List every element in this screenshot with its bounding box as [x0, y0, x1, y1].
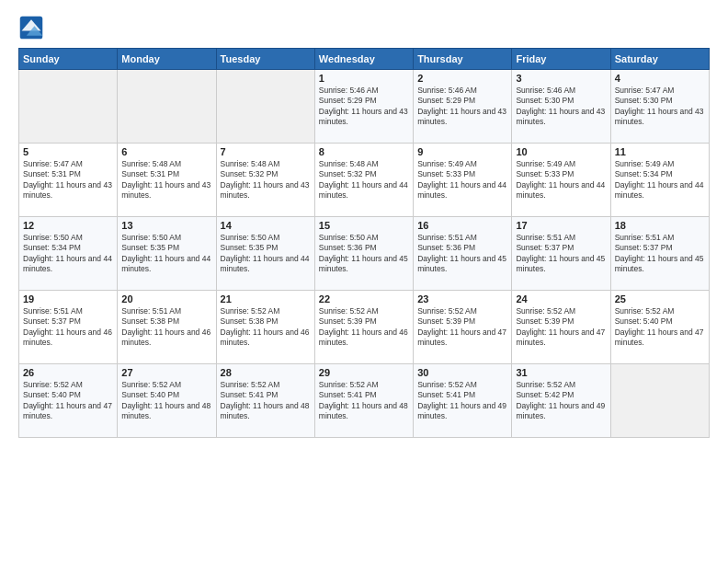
day-info: Sunrise: 5:50 AM Sunset: 5:34 PM Dayligh…: [23, 233, 113, 275]
calendar-header: SundayMondayTuesdayWednesdayThursdayFrid…: [19, 49, 710, 70]
day-info: Sunrise: 5:46 AM Sunset: 5:30 PM Dayligh…: [516, 86, 606, 128]
weekday-header: Saturday: [610, 49, 709, 70]
calendar-cell: 8Sunrise: 5:48 AM Sunset: 5:32 PM Daylig…: [314, 144, 413, 217]
calendar-week-row: 19Sunrise: 5:51 AM Sunset: 5:37 PM Dayli…: [19, 291, 710, 364]
day-info: Sunrise: 5:47 AM Sunset: 5:31 PM Dayligh…: [23, 159, 113, 201]
day-number: 15: [319, 220, 409, 231]
day-number: 10: [516, 146, 606, 157]
day-number: 22: [319, 293, 409, 304]
day-number: 1: [319, 73, 409, 84]
day-number: 26: [23, 367, 113, 378]
day-number: 19: [23, 293, 113, 304]
day-number: 20: [121, 293, 211, 304]
calendar-cell: 7Sunrise: 5:48 AM Sunset: 5:32 PM Daylig…: [216, 144, 314, 217]
calendar-cell: 30Sunrise: 5:52 AM Sunset: 5:41 PM Dayli…: [414, 364, 512, 438]
day-info: Sunrise: 5:52 AM Sunset: 5:38 PM Dayligh…: [221, 306, 311, 349]
day-number: 14: [221, 220, 311, 231]
calendar-cell: 27Sunrise: 5:52 AM Sunset: 5:40 PM Dayli…: [118, 364, 216, 438]
calendar-table: SundayMondayTuesdayWednesdayThursdayFrid…: [18, 48, 710, 438]
calendar-page: SundayMondayTuesdayWednesdayThursdayFrid…: [0, 0, 728, 563]
calendar-week-row: 1Sunrise: 5:46 AM Sunset: 5:29 PM Daylig…: [19, 70, 710, 144]
calendar-week-row: 12Sunrise: 5:50 AM Sunset: 5:34 PM Dayli…: [19, 217, 710, 291]
day-number: 13: [121, 220, 211, 231]
day-info: Sunrise: 5:49 AM Sunset: 5:33 PM Dayligh…: [516, 159, 606, 201]
calendar-cell: 31Sunrise: 5:52 AM Sunset: 5:42 PM Dayli…: [512, 364, 610, 438]
calendar-cell: [216, 70, 314, 144]
header: [18, 15, 710, 40]
day-number: 8: [319, 146, 409, 157]
day-info: Sunrise: 5:52 AM Sunset: 5:41 PM Dayligh…: [319, 380, 409, 422]
calendar-cell: 22Sunrise: 5:52 AM Sunset: 5:39 PM Dayli…: [314, 291, 413, 364]
day-info: Sunrise: 5:52 AM Sunset: 5:41 PM Dayligh…: [417, 380, 507, 422]
calendar-cell: 28Sunrise: 5:52 AM Sunset: 5:41 PM Dayli…: [216, 364, 314, 438]
day-number: 27: [121, 367, 211, 378]
weekday-header: Thursday: [414, 49, 512, 70]
day-number: 25: [615, 293, 705, 304]
calendar-cell: [118, 70, 216, 144]
day-info: Sunrise: 5:48 AM Sunset: 5:32 PM Dayligh…: [319, 159, 409, 201]
calendar-cell: 6Sunrise: 5:48 AM Sunset: 5:31 PM Daylig…: [118, 144, 216, 217]
day-info: Sunrise: 5:51 AM Sunset: 5:37 PM Dayligh…: [23, 306, 113, 349]
calendar-cell: 16Sunrise: 5:51 AM Sunset: 5:36 PM Dayli…: [414, 217, 512, 291]
weekday-row: SundayMondayTuesdayWednesdayThursdayFrid…: [19, 49, 710, 70]
day-info: Sunrise: 5:52 AM Sunset: 5:40 PM Dayligh…: [23, 380, 113, 422]
calendar-cell: 23Sunrise: 5:52 AM Sunset: 5:39 PM Dayli…: [414, 291, 512, 364]
day-number: 5: [23, 146, 113, 157]
day-number: 12: [23, 220, 113, 231]
day-info: Sunrise: 5:47 AM Sunset: 5:30 PM Dayligh…: [615, 86, 705, 128]
calendar-cell: 20Sunrise: 5:51 AM Sunset: 5:38 PM Dayli…: [118, 291, 216, 364]
calendar-cell: 21Sunrise: 5:52 AM Sunset: 5:38 PM Dayli…: [216, 291, 314, 364]
calendar-cell: 17Sunrise: 5:51 AM Sunset: 5:37 PM Dayli…: [512, 217, 610, 291]
day-info: Sunrise: 5:51 AM Sunset: 5:37 PM Dayligh…: [516, 233, 606, 275]
day-info: Sunrise: 5:48 AM Sunset: 5:31 PM Dayligh…: [121, 159, 211, 201]
day-number: 23: [417, 293, 507, 304]
logo: [18, 15, 48, 40]
weekday-header: Tuesday: [216, 49, 314, 70]
calendar-cell: [610, 364, 709, 438]
day-info: Sunrise: 5:50 AM Sunset: 5:35 PM Dayligh…: [221, 233, 311, 275]
calendar-cell: 2Sunrise: 5:46 AM Sunset: 5:29 PM Daylig…: [414, 70, 512, 144]
day-info: Sunrise: 5:52 AM Sunset: 5:39 PM Dayligh…: [516, 306, 606, 349]
calendar-cell: 25Sunrise: 5:52 AM Sunset: 5:40 PM Dayli…: [610, 291, 709, 364]
day-info: Sunrise: 5:48 AM Sunset: 5:32 PM Dayligh…: [221, 159, 311, 201]
calendar-cell: 12Sunrise: 5:50 AM Sunset: 5:34 PM Dayli…: [19, 217, 118, 291]
day-number: 9: [417, 146, 507, 157]
calendar-cell: 10Sunrise: 5:49 AM Sunset: 5:33 PM Dayli…: [512, 144, 610, 217]
day-number: 18: [615, 220, 705, 231]
day-info: Sunrise: 5:51 AM Sunset: 5:38 PM Dayligh…: [121, 306, 211, 349]
day-number: 21: [221, 293, 311, 304]
calendar-body: 1Sunrise: 5:46 AM Sunset: 5:29 PM Daylig…: [19, 70, 710, 438]
calendar-cell: 26Sunrise: 5:52 AM Sunset: 5:40 PM Dayli…: [19, 364, 118, 438]
day-info: Sunrise: 5:49 AM Sunset: 5:33 PM Dayligh…: [417, 159, 507, 201]
calendar-cell: 3Sunrise: 5:46 AM Sunset: 5:30 PM Daylig…: [512, 70, 610, 144]
weekday-header: Monday: [118, 49, 216, 70]
calendar-cell: 4Sunrise: 5:47 AM Sunset: 5:30 PM Daylig…: [610, 70, 709, 144]
day-info: Sunrise: 5:52 AM Sunset: 5:42 PM Dayligh…: [516, 380, 606, 422]
weekday-header: Wednesday: [314, 49, 413, 70]
day-info: Sunrise: 5:46 AM Sunset: 5:29 PM Dayligh…: [417, 86, 507, 128]
day-number: 4: [615, 73, 705, 84]
calendar-cell: 14Sunrise: 5:50 AM Sunset: 5:35 PM Dayli…: [216, 217, 314, 291]
calendar-cell: 18Sunrise: 5:51 AM Sunset: 5:37 PM Dayli…: [610, 217, 709, 291]
day-info: Sunrise: 5:52 AM Sunset: 5:39 PM Dayligh…: [417, 306, 507, 349]
day-number: 3: [516, 73, 606, 84]
calendar-cell: 13Sunrise: 5:50 AM Sunset: 5:35 PM Dayli…: [118, 217, 216, 291]
day-info: Sunrise: 5:52 AM Sunset: 5:39 PM Dayligh…: [319, 306, 409, 349]
weekday-header: Sunday: [19, 49, 118, 70]
day-number: 31: [516, 367, 606, 378]
weekday-header: Friday: [512, 49, 610, 70]
day-info: Sunrise: 5:51 AM Sunset: 5:36 PM Dayligh…: [417, 233, 507, 275]
calendar-cell: 19Sunrise: 5:51 AM Sunset: 5:37 PM Dayli…: [19, 291, 118, 364]
day-info: Sunrise: 5:52 AM Sunset: 5:40 PM Dayligh…: [121, 380, 211, 422]
day-info: Sunrise: 5:51 AM Sunset: 5:37 PM Dayligh…: [615, 233, 705, 275]
day-info: Sunrise: 5:50 AM Sunset: 5:36 PM Dayligh…: [319, 233, 409, 275]
day-number: 16: [417, 220, 507, 231]
calendar-cell: 5Sunrise: 5:47 AM Sunset: 5:31 PM Daylig…: [19, 144, 118, 217]
day-info: Sunrise: 5:49 AM Sunset: 5:34 PM Dayligh…: [615, 159, 705, 201]
day-number: 17: [516, 220, 606, 231]
day-number: 29: [319, 367, 409, 378]
calendar-cell: 1Sunrise: 5:46 AM Sunset: 5:29 PM Daylig…: [314, 70, 413, 144]
day-number: 7: [221, 146, 311, 157]
day-info: Sunrise: 5:52 AM Sunset: 5:41 PM Dayligh…: [221, 380, 311, 422]
calendar-cell: [19, 70, 118, 144]
